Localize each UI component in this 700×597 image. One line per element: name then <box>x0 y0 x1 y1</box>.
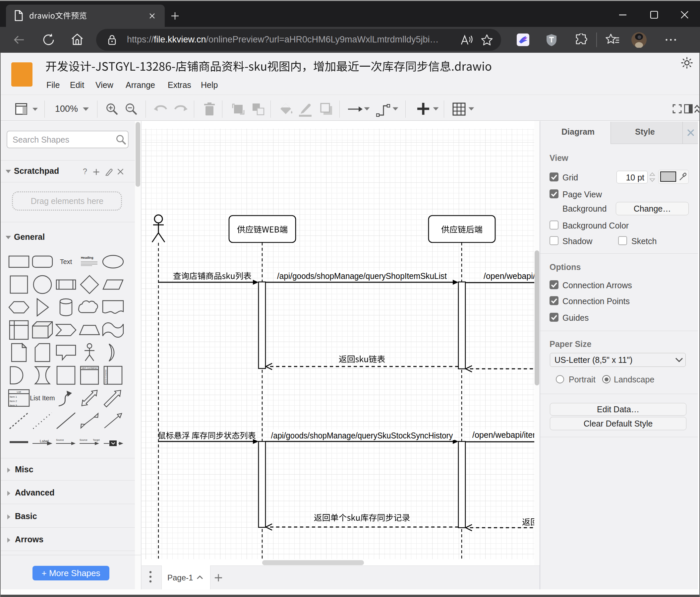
svg-text:Source: Source <box>56 438 64 441</box>
svg-text:Source: Source <box>79 438 88 441</box>
svg-text:Heading: Heading <box>81 256 94 259</box>
svg-text:Item 1: Item 1 <box>9 395 17 398</box>
svg-text:Horiz Container: Horiz Container <box>105 369 107 383</box>
svg-text:Item 2: Item 2 <box>9 400 17 403</box>
svg-text:Vert Container: Vert Container <box>81 366 97 369</box>
svg-text:List Item: List Item <box>30 395 55 402</box>
svg-text:List: List <box>17 390 21 393</box>
svg-text:Text: Text <box>60 258 72 265</box>
svg-text:Item 3: Item 3 <box>9 404 17 407</box>
svg-text:Target: Target <box>93 438 100 441</box>
svg-text:Label: Label <box>40 439 49 443</box>
